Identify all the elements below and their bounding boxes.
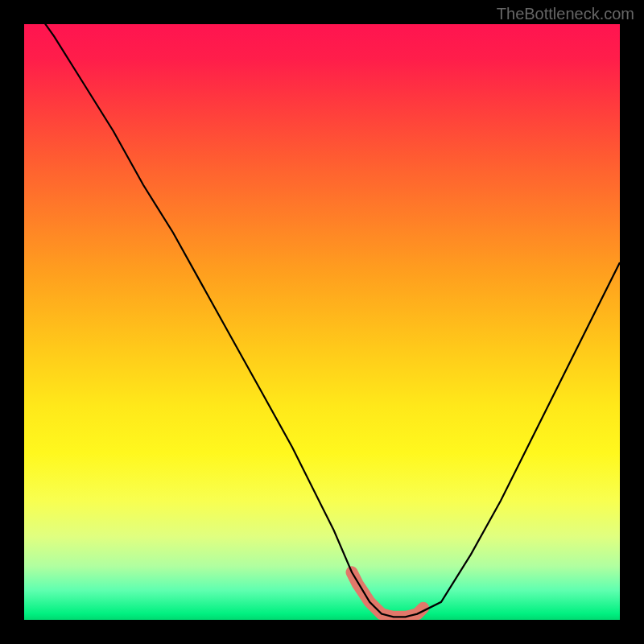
- plot-area: [24, 24, 620, 620]
- curve-svg: [24, 24, 620, 620]
- optimal-range-highlight: [352, 572, 423, 617]
- watermark-text: TheBottleneck.com: [497, 5, 634, 23]
- bottleneck-curve: [24, 24, 620, 617]
